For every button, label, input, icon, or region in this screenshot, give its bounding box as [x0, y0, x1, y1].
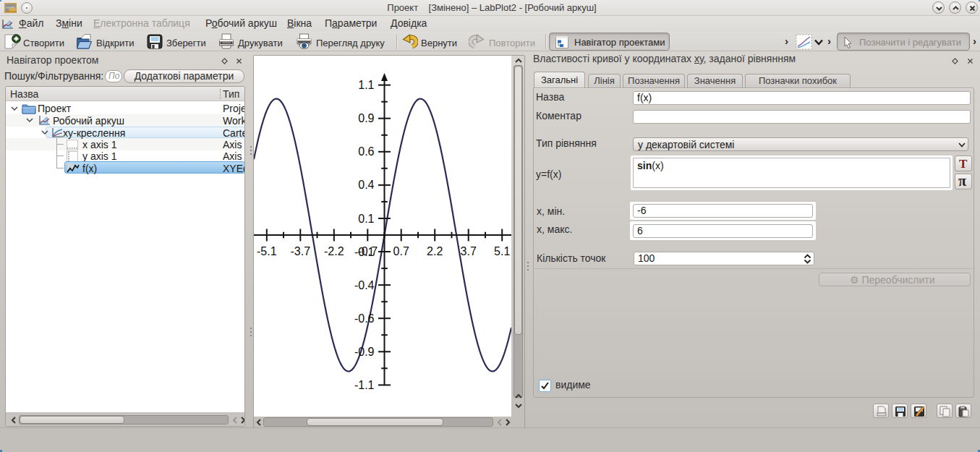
svg-text:0.7: 0.7 — [393, 245, 409, 257]
svg-text:-0.1: -0.1 — [354, 246, 375, 258]
svg-text:0.9: 0.9 — [358, 112, 374, 124]
svg-text:-2.2: -2.2 — [324, 245, 344, 257]
svg-text:0.1: 0.1 — [358, 213, 374, 225]
svg-text:0.4: 0.4 — [358, 179, 374, 191]
svg-text:-0.9: -0.9 — [354, 346, 375, 358]
svg-text:-3.7: -3.7 — [291, 245, 311, 257]
svg-text:3.7: 3.7 — [461, 245, 477, 257]
svg-text:-5.1: -5.1 — [257, 245, 277, 257]
svg-text:-0.6: -0.6 — [354, 312, 375, 325]
svg-text:-1.1: -1.1 — [354, 379, 375, 391]
svg-text:-0.4: -0.4 — [354, 279, 375, 291]
svg-text:5.1: 5.1 — [494, 245, 510, 257]
svg-text:0.6: 0.6 — [358, 145, 374, 158]
svg-text:1.1: 1.1 — [358, 79, 374, 91]
svg-text:2.2: 2.2 — [427, 245, 443, 257]
